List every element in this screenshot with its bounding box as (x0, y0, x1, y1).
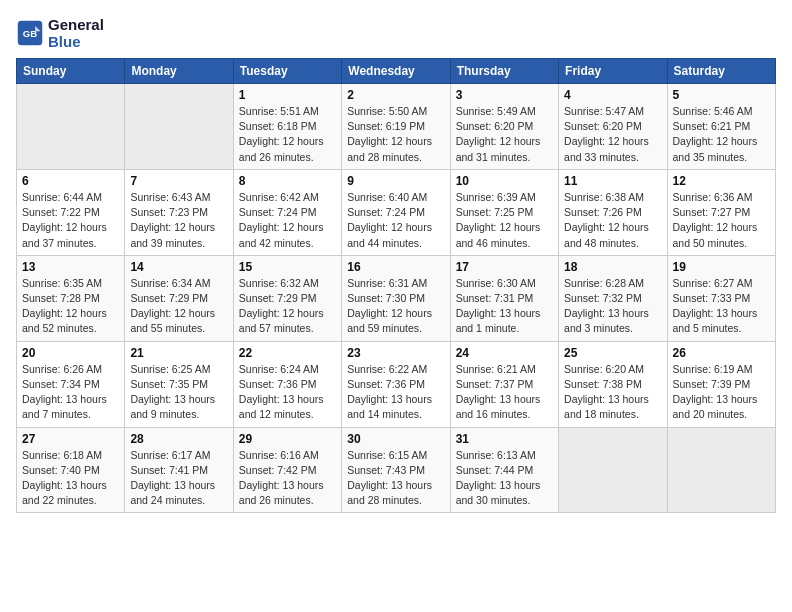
day-info: Sunrise: 6:35 AMSunset: 7:28 PMDaylight:… (22, 276, 119, 337)
calendar-cell (667, 427, 775, 513)
weekday-header-friday: Friday (559, 59, 667, 84)
calendar-cell: 23Sunrise: 6:22 AMSunset: 7:36 PMDayligh… (342, 341, 450, 427)
day-info: Sunrise: 6:20 AMSunset: 7:38 PMDaylight:… (564, 362, 661, 423)
day-info: Sunrise: 6:43 AMSunset: 7:23 PMDaylight:… (130, 190, 227, 251)
calendar-cell: 18Sunrise: 6:28 AMSunset: 7:32 PMDayligh… (559, 255, 667, 341)
calendar-cell: 7Sunrise: 6:43 AMSunset: 7:23 PMDaylight… (125, 169, 233, 255)
day-info: Sunrise: 6:13 AMSunset: 7:44 PMDaylight:… (456, 448, 553, 509)
day-info: Sunrise: 6:24 AMSunset: 7:36 PMDaylight:… (239, 362, 336, 423)
calendar-cell: 30Sunrise: 6:15 AMSunset: 7:43 PMDayligh… (342, 427, 450, 513)
calendar-cell: 3Sunrise: 5:49 AMSunset: 6:20 PMDaylight… (450, 84, 558, 170)
logo: GB General Blue (16, 16, 104, 50)
day-number: 17 (456, 260, 553, 274)
calendar-cell (125, 84, 233, 170)
day-number: 6 (22, 174, 119, 188)
day-info: Sunrise: 5:47 AMSunset: 6:20 PMDaylight:… (564, 104, 661, 165)
day-info: Sunrise: 6:38 AMSunset: 7:26 PMDaylight:… (564, 190, 661, 251)
calendar-week-4: 20Sunrise: 6:26 AMSunset: 7:34 PMDayligh… (17, 341, 776, 427)
day-info: Sunrise: 6:21 AMSunset: 7:37 PMDaylight:… (456, 362, 553, 423)
calendar-cell: 28Sunrise: 6:17 AMSunset: 7:41 PMDayligh… (125, 427, 233, 513)
day-info: Sunrise: 6:28 AMSunset: 7:32 PMDaylight:… (564, 276, 661, 337)
day-number: 15 (239, 260, 336, 274)
day-info: Sunrise: 6:26 AMSunset: 7:34 PMDaylight:… (22, 362, 119, 423)
day-info: Sunrise: 6:44 AMSunset: 7:22 PMDaylight:… (22, 190, 119, 251)
calendar-cell: 25Sunrise: 6:20 AMSunset: 7:38 PMDayligh… (559, 341, 667, 427)
calendar-cell: 21Sunrise: 6:25 AMSunset: 7:35 PMDayligh… (125, 341, 233, 427)
day-number: 4 (564, 88, 661, 102)
day-number: 30 (347, 432, 444, 446)
calendar-cell: 15Sunrise: 6:32 AMSunset: 7:29 PMDayligh… (233, 255, 341, 341)
day-number: 3 (456, 88, 553, 102)
calendar-cell: 9Sunrise: 6:40 AMSunset: 7:24 PMDaylight… (342, 169, 450, 255)
calendar-cell: 24Sunrise: 6:21 AMSunset: 7:37 PMDayligh… (450, 341, 558, 427)
logo-icon: GB (16, 19, 44, 47)
calendar-cell: 8Sunrise: 6:42 AMSunset: 7:24 PMDaylight… (233, 169, 341, 255)
calendar-cell: 10Sunrise: 6:39 AMSunset: 7:25 PMDayligh… (450, 169, 558, 255)
calendar-table: SundayMondayTuesdayWednesdayThursdayFrid… (16, 58, 776, 513)
header: GB General Blue (16, 16, 776, 50)
day-number: 27 (22, 432, 119, 446)
day-info: Sunrise: 6:15 AMSunset: 7:43 PMDaylight:… (347, 448, 444, 509)
calendar-cell: 2Sunrise: 5:50 AMSunset: 6:19 PMDaylight… (342, 84, 450, 170)
day-number: 11 (564, 174, 661, 188)
day-number: 20 (22, 346, 119, 360)
calendar-cell: 5Sunrise: 5:46 AMSunset: 6:21 PMDaylight… (667, 84, 775, 170)
weekday-header-sunday: Sunday (17, 59, 125, 84)
day-info: Sunrise: 6:34 AMSunset: 7:29 PMDaylight:… (130, 276, 227, 337)
day-info: Sunrise: 6:42 AMSunset: 7:24 PMDaylight:… (239, 190, 336, 251)
calendar-week-3: 13Sunrise: 6:35 AMSunset: 7:28 PMDayligh… (17, 255, 776, 341)
calendar-cell: 17Sunrise: 6:30 AMSunset: 7:31 PMDayligh… (450, 255, 558, 341)
day-number: 13 (22, 260, 119, 274)
calendar-cell: 4Sunrise: 5:47 AMSunset: 6:20 PMDaylight… (559, 84, 667, 170)
day-info: Sunrise: 6:16 AMSunset: 7:42 PMDaylight:… (239, 448, 336, 509)
calendar-cell: 16Sunrise: 6:31 AMSunset: 7:30 PMDayligh… (342, 255, 450, 341)
calendar-header: SundayMondayTuesdayWednesdayThursdayFrid… (17, 59, 776, 84)
day-info: Sunrise: 6:25 AMSunset: 7:35 PMDaylight:… (130, 362, 227, 423)
weekday-header-monday: Monday (125, 59, 233, 84)
day-info: Sunrise: 6:36 AMSunset: 7:27 PMDaylight:… (673, 190, 770, 251)
day-info: Sunrise: 6:39 AMSunset: 7:25 PMDaylight:… (456, 190, 553, 251)
day-info: Sunrise: 6:27 AMSunset: 7:33 PMDaylight:… (673, 276, 770, 337)
day-number: 16 (347, 260, 444, 274)
day-number: 2 (347, 88, 444, 102)
calendar-cell: 1Sunrise: 5:51 AMSunset: 6:18 PMDaylight… (233, 84, 341, 170)
weekday-header-saturday: Saturday (667, 59, 775, 84)
day-info: Sunrise: 6:30 AMSunset: 7:31 PMDaylight:… (456, 276, 553, 337)
calendar-week-1: 1Sunrise: 5:51 AMSunset: 6:18 PMDaylight… (17, 84, 776, 170)
day-info: Sunrise: 6:22 AMSunset: 7:36 PMDaylight:… (347, 362, 444, 423)
calendar-cell: 26Sunrise: 6:19 AMSunset: 7:39 PMDayligh… (667, 341, 775, 427)
day-number: 18 (564, 260, 661, 274)
day-number: 23 (347, 346, 444, 360)
calendar-cell: 14Sunrise: 6:34 AMSunset: 7:29 PMDayligh… (125, 255, 233, 341)
weekday-header-wednesday: Wednesday (342, 59, 450, 84)
day-number: 14 (130, 260, 227, 274)
day-info: Sunrise: 5:50 AMSunset: 6:19 PMDaylight:… (347, 104, 444, 165)
day-number: 24 (456, 346, 553, 360)
day-number: 1 (239, 88, 336, 102)
calendar-week-5: 27Sunrise: 6:18 AMSunset: 7:40 PMDayligh… (17, 427, 776, 513)
day-info: Sunrise: 5:46 AMSunset: 6:21 PMDaylight:… (673, 104, 770, 165)
day-info: Sunrise: 6:32 AMSunset: 7:29 PMDaylight:… (239, 276, 336, 337)
calendar-cell: 29Sunrise: 6:16 AMSunset: 7:42 PMDayligh… (233, 427, 341, 513)
calendar-cell: 22Sunrise: 6:24 AMSunset: 7:36 PMDayligh… (233, 341, 341, 427)
logo-text: General Blue (48, 16, 104, 50)
calendar-cell: 11Sunrise: 6:38 AMSunset: 7:26 PMDayligh… (559, 169, 667, 255)
calendar-week-2: 6Sunrise: 6:44 AMSunset: 7:22 PMDaylight… (17, 169, 776, 255)
calendar-cell: 12Sunrise: 6:36 AMSunset: 7:27 PMDayligh… (667, 169, 775, 255)
day-info: Sunrise: 6:31 AMSunset: 7:30 PMDaylight:… (347, 276, 444, 337)
day-number: 9 (347, 174, 444, 188)
day-number: 10 (456, 174, 553, 188)
day-number: 31 (456, 432, 553, 446)
day-info: Sunrise: 6:40 AMSunset: 7:24 PMDaylight:… (347, 190, 444, 251)
calendar-cell: 19Sunrise: 6:27 AMSunset: 7:33 PMDayligh… (667, 255, 775, 341)
day-number: 28 (130, 432, 227, 446)
day-number: 22 (239, 346, 336, 360)
day-number: 21 (130, 346, 227, 360)
day-number: 8 (239, 174, 336, 188)
weekday-header-thursday: Thursday (450, 59, 558, 84)
day-info: Sunrise: 6:19 AMSunset: 7:39 PMDaylight:… (673, 362, 770, 423)
calendar-cell: 31Sunrise: 6:13 AMSunset: 7:44 PMDayligh… (450, 427, 558, 513)
svg-text:GB: GB (23, 28, 37, 39)
calendar-cell (559, 427, 667, 513)
calendar-cell (17, 84, 125, 170)
